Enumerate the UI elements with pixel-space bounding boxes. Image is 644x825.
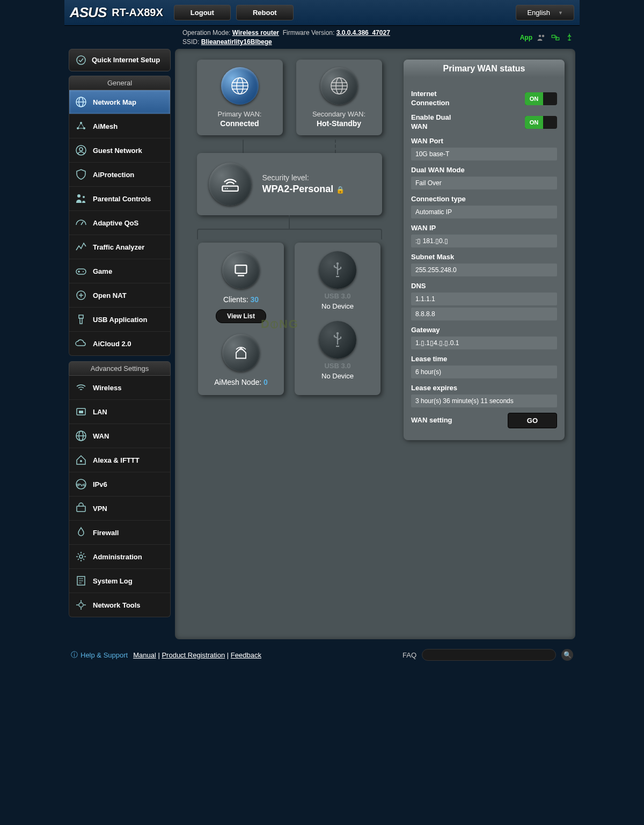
dual-wan-toggle[interactable] — [525, 116, 557, 129]
shield-icon — [75, 168, 87, 181]
wan-icon — [75, 429, 87, 442]
svg-point-0 — [539, 34, 541, 37]
svg-rect-22 — [79, 411, 83, 413]
footer: ⓘHelp & Support Manual | Product Registr… — [64, 644, 580, 666]
vpn-icon — [75, 502, 87, 515]
family-icon — [75, 192, 87, 205]
nav-network-tools[interactable]: Network Tools — [69, 593, 170, 617]
clients-icon[interactable] — [222, 251, 260, 289]
faq-search-input[interactable] — [422, 649, 556, 661]
app-link[interactable]: App — [520, 34, 532, 41]
header: ASUS RT-AX89X Logout Reboot English — [64, 0, 580, 26]
smart-home-icon — [75, 454, 87, 466]
svg-rect-49 — [236, 265, 247, 273]
usb2-icon[interactable] — [319, 321, 356, 359]
manual-link[interactable]: Manual — [133, 651, 156, 659]
nav-alexa-ifttt[interactable]: Alexa & IFTTT — [69, 448, 170, 472]
usb1-icon[interactable] — [319, 251, 356, 289]
dual-mode-value: Fail Over — [411, 177, 557, 189]
help-support-link[interactable]: ⓘHelp & Support — [71, 650, 128, 660]
panel-title: Primary WAN status — [404, 60, 565, 78]
firmware-link[interactable]: 3.0.0.4.386_47027 — [336, 29, 390, 36]
advanced-header: Advanced Settings — [69, 361, 171, 376]
gateway-value: 1.▯.1▯4.▯.▯.0.1 — [411, 337, 557, 349]
globe-icon — [75, 96, 87, 108]
sidebar: Quick Internet Setup General Network Map… — [69, 49, 171, 639]
nav-parental-controls[interactable]: Parental Controls — [69, 187, 170, 211]
general-header: General — [69, 76, 171, 90]
gauge-icon — [75, 216, 87, 229]
nav-wireless[interactable]: Wireless — [69, 376, 170, 400]
tools-icon — [75, 598, 87, 611]
nav-administration[interactable]: Administration — [69, 545, 170, 569]
lease-time-value: 6 hour(s) — [411, 366, 557, 378]
subnet-value: 255.255.248.0 — [411, 264, 557, 276]
wan-setting-go-button[interactable]: GO — [508, 413, 557, 428]
feedback-link[interactable]: Feedback — [231, 651, 261, 659]
svg-rect-29 — [77, 506, 85, 512]
nav-traffic-analyzer[interactable]: Traffic Analyzer — [69, 235, 170, 259]
svg-point-48 — [226, 188, 228, 189]
svg-point-35 — [79, 603, 83, 607]
guest-network-icon — [75, 144, 87, 157]
reboot-button[interactable]: Reboot — [236, 5, 294, 20]
nav-aimesh[interactable]: AiMesh — [69, 114, 170, 138]
chart-icon — [75, 240, 87, 253]
search-button[interactable]: 🔍 — [561, 649, 573, 661]
nav-system-log[interactable]: System Log — [69, 569, 170, 593]
clients-card: Clients: 30 View List AiMesh Node: 0 — [198, 243, 284, 395]
quick-internet-setup[interactable]: Quick Internet Setup — [69, 49, 171, 71]
router-icon — [209, 163, 252, 206]
nat-icon — [75, 289, 87, 302]
lease-expires-value: 3 hour(s) 36 minute(s) 11 seconds — [411, 395, 557, 407]
nav-network-map[interactable]: Network Map — [69, 90, 170, 114]
nav-ipv6[interactable]: IPv6IPv6 — [69, 472, 170, 497]
product-reg-link[interactable]: Product Registration — [162, 651, 225, 659]
nav-usb-application[interactable]: USB Application — [69, 308, 170, 332]
conn-type-value: Automatic IP — [411, 206, 557, 218]
mesh-icon — [75, 120, 87, 133]
lan-icon — [75, 405, 87, 418]
router-security-card[interactable]: Security level: WPA2-Personal🔒 — [197, 153, 382, 215]
aimesh-node-icon[interactable] — [222, 334, 260, 371]
nav-vpn[interactable]: VPN — [69, 497, 170, 521]
svg-point-30 — [79, 555, 83, 558]
nav-game[interactable]: Game — [69, 259, 170, 283]
advanced-menu: Wireless LAN WAN Alexa & IFTTT IPv6IPv6 … — [69, 376, 171, 617]
nav-lan[interactable]: LAN — [69, 400, 170, 424]
nav-open-nat[interactable]: Open NAT — [69, 283, 170, 308]
usb-status-icon[interactable] — [565, 33, 574, 42]
nav-guest-network[interactable]: Guest Network — [69, 138, 170, 163]
secondary-wan-card[interactable]: Secondary WAN: Hot-Standby — [296, 60, 382, 135]
admin-icon — [75, 550, 87, 563]
svg-point-19 — [83, 271, 84, 272]
gear-arrow-icon — [75, 54, 87, 67]
network-diagram: D⦶NG Primary WAN: Connected Secondary WA… — [186, 60, 393, 629]
lock-icon: 🔒 — [336, 186, 345, 194]
guest-icon[interactable] — [537, 33, 546, 42]
internet-connection-toggle[interactable] — [525, 92, 557, 105]
svg-point-4 — [77, 56, 85, 64]
language-dropdown[interactable]: English — [516, 5, 574, 20]
svg-line-15 — [81, 222, 83, 225]
network-status-icon[interactable] — [551, 33, 560, 42]
nav-wan[interactable]: WAN — [69, 424, 170, 448]
wifi-icon — [75, 381, 87, 394]
op-mode-link[interactable]: Wireless router — [232, 29, 279, 36]
nav-firewall[interactable]: Firewall — [69, 521, 170, 545]
secondary-wan-icon — [320, 67, 358, 105]
ssid-link[interactable]: Blieaneatirlity16Blbege — [201, 38, 272, 46]
wan-ip-value: :▯ 181.▯0.▯ — [411, 235, 557, 247]
log-icon — [75, 574, 87, 587]
ipv6-icon: IPv6 — [75, 478, 87, 491]
nav-aicloud[interactable]: AiCloud 2.0 — [69, 332, 170, 355]
primary-wan-icon — [221, 67, 259, 105]
svg-point-47 — [224, 188, 225, 189]
nav-aiprotection[interactable]: AiProtection — [69, 163, 170, 187]
svg-point-13 — [77, 194, 80, 198]
view-list-button[interactable]: View List — [216, 309, 266, 323]
nav-adaptive-qos[interactable]: Adaptive QoS — [69, 211, 170, 235]
logout-button[interactable]: Logout — [174, 5, 231, 20]
primary-wan-card[interactable]: Primary WAN: Connected — [197, 60, 283, 135]
svg-text:IPv6: IPv6 — [77, 483, 86, 487]
